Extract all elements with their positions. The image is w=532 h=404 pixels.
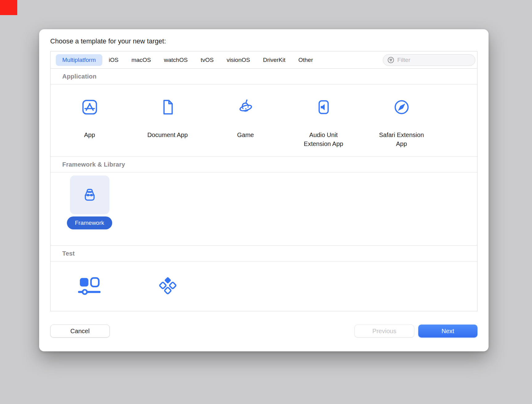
section-header-test: Test (51, 246, 477, 261)
tab-watchos[interactable]: watchOS (158, 54, 194, 66)
template-framework[interactable]: Framework (51, 172, 129, 245)
tab-visionos[interactable]: visionOS (220, 54, 256, 66)
template-document-app[interactable]: Document App (129, 84, 207, 156)
test-templates-row (51, 261, 477, 310)
template-game[interactable]: Game (207, 84, 284, 156)
tab-other[interactable]: Other (292, 54, 320, 66)
dialog-footer: Cancel Previous Next (50, 325, 477, 337)
template-label: Game (237, 131, 254, 139)
tab-ios[interactable]: iOS (102, 54, 125, 66)
tab-tvos[interactable]: tvOS (194, 54, 220, 66)
template-chooser-panel: Multiplatform iOS macOS watchOS tvOS vis… (50, 51, 477, 311)
next-button[interactable]: Next (418, 325, 477, 337)
platform-tab-bar: Multiplatform iOS macOS watchOS tvOS vis… (51, 51, 477, 69)
tab-driverkit[interactable]: DriverKit (256, 54, 292, 66)
template-label: Audio Unit Extension App (297, 131, 350, 148)
section-header-application: Application (51, 69, 477, 84)
speaker-icon (313, 97, 334, 117)
screen-corner-marker (0, 0, 17, 15)
template-audio-unit-extension-app[interactable]: Audio Unit Extension App (284, 84, 362, 156)
template-unit-testing-bundle[interactable] (129, 261, 207, 310)
selected-template-tile (70, 176, 109, 214)
filter-field[interactable]: Filter (383, 54, 475, 66)
cancel-button[interactable]: Cancel (50, 325, 110, 337)
unit-testing-diamonds-icon (157, 276, 178, 296)
safari-compass-icon (391, 97, 412, 117)
app-store-icon (80, 97, 100, 117)
filter-icon (387, 56, 395, 64)
dialog-title: Choose a template for your new target: (50, 38, 477, 45)
platform-tabs: Multiplatform iOS macOS watchOS tvOS vis… (56, 54, 320, 66)
template-ui-testing-bundle[interactable] (51, 261, 129, 310)
tab-macos[interactable]: macOS (125, 54, 157, 66)
framework-templates-row: Framework (51, 172, 477, 246)
ufo-game-icon (235, 97, 257, 117)
document-icon (158, 97, 178, 117)
template-app[interactable]: App (51, 84, 129, 156)
template-label: App (84, 131, 95, 139)
template-label: Document App (147, 131, 188, 139)
new-target-dialog: Choose a template for your new target: M… (39, 29, 489, 351)
toolbox-icon (80, 185, 100, 205)
template-label: Safari Extension App (374, 131, 428, 148)
section-header-framework-library: Framework & Library (51, 157, 477, 172)
tab-multiplatform[interactable]: Multiplatform (56, 54, 102, 66)
application-templates-row: App Document App (51, 84, 477, 157)
previous-button[interactable]: Previous (354, 325, 414, 337)
selected-template-label: Framework (67, 216, 112, 229)
template-safari-extension-app[interactable]: Safari Extension App (362, 84, 440, 156)
ui-testing-icon (77, 276, 103, 296)
filter-placeholder: Filter (397, 57, 410, 63)
